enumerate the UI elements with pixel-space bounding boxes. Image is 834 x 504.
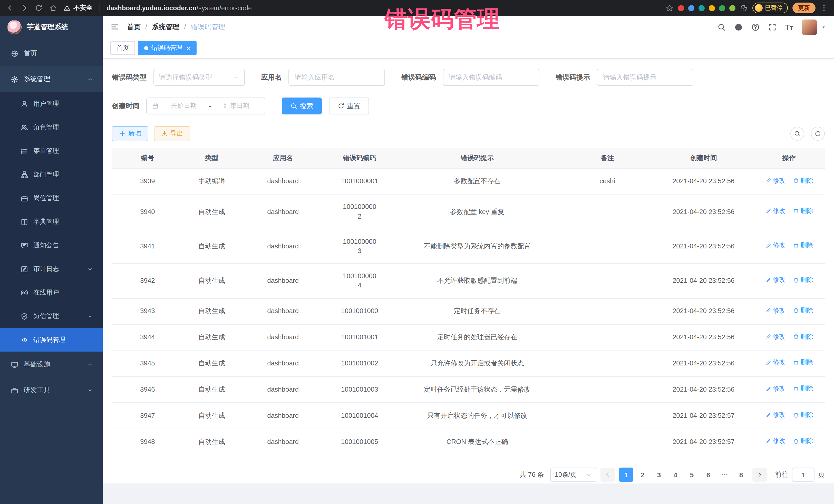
sidebar-item-home[interactable]: 首页 xyxy=(0,41,103,66)
sidebar-item-role-management[interactable]: 角色管理 xyxy=(0,115,103,139)
delete-link[interactable]: 删除 xyxy=(793,206,813,216)
error-type-select[interactable]: 请选择错误码类型 xyxy=(153,69,245,86)
edit-icon xyxy=(765,386,771,392)
sidebar-item-sms-management[interactable]: 短信管理 xyxy=(0,304,103,328)
extension-icon[interactable] xyxy=(708,5,715,11)
browser-home-icon[interactable] xyxy=(49,4,57,12)
breadcrumb-home[interactable]: 首页 xyxy=(127,22,140,31)
page-more-button[interactable]: ••• xyxy=(718,467,732,482)
edit-link[interactable]: 修改 xyxy=(765,276,786,285)
sidebar-item-post-management[interactable]: 岗位管理 xyxy=(0,186,103,210)
page-button[interactable]: 4 xyxy=(668,467,683,482)
browser-forward-icon[interactable] xyxy=(21,4,28,12)
cell-type: 自动生成 xyxy=(183,195,240,229)
page-button[interactable]: 3 xyxy=(652,467,666,482)
page-button[interactable]: 6 xyxy=(701,467,716,482)
caret-down-icon[interactable] xyxy=(821,24,826,29)
font-size-icon[interactable]: TT xyxy=(785,23,793,31)
header-search-icon[interactable] xyxy=(717,23,725,31)
edit-link[interactable]: 修改 xyxy=(765,206,786,216)
table-body: 3939手动编辑dashboard1001000001参数配置不存在ceshi2… xyxy=(112,168,825,455)
sidebar-item-infrastructure[interactable]: 基础设施 xyxy=(0,352,103,377)
extensions-puzzle-icon[interactable] xyxy=(740,4,748,12)
chrome-menu-kebab-icon[interactable] xyxy=(820,4,828,12)
sidebar-item-system-management[interactable]: 系统管理 xyxy=(0,66,103,92)
extension-icon[interactable] xyxy=(719,5,725,11)
edit-link[interactable]: 修改 xyxy=(765,358,786,368)
user-avatar[interactable] xyxy=(802,19,817,35)
pagination-next-button[interactable] xyxy=(752,467,767,482)
extension-icon[interactable] xyxy=(729,5,735,11)
warning-icon xyxy=(64,5,70,11)
goto-page-input[interactable] xyxy=(792,467,814,482)
sidebar-item-menu-management[interactable]: 菜单管理 xyxy=(0,139,103,163)
delete-link[interactable]: 删除 xyxy=(793,241,813,250)
edit-link[interactable]: 修改 xyxy=(765,241,786,250)
reset-button[interactable]: 重置 xyxy=(329,97,369,114)
cell-type: 自动生成 xyxy=(183,324,240,351)
fullscreen-icon[interactable] xyxy=(768,23,776,31)
tab-home[interactable]: 首页 xyxy=(110,41,135,55)
edit-link[interactable]: 修改 xyxy=(765,411,786,420)
address-bar[interactable]: dashboard.yudao.iocoder.cn/system/error-… xyxy=(107,4,252,12)
cell-actions: 修改删除 xyxy=(753,351,825,377)
create-time-range-picker[interactable]: 开始日期 - 结束日期 xyxy=(146,97,265,114)
delete-link[interactable]: 删除 xyxy=(793,437,813,446)
cell-actions: 修改删除 xyxy=(753,377,825,403)
breadcrumb-system[interactable]: 系统管理 xyxy=(152,22,180,31)
extension-icon[interactable] xyxy=(688,5,694,11)
app-logo[interactable]: 芋道管理系统 xyxy=(0,16,103,38)
browser-back-icon[interactable] xyxy=(6,4,14,12)
edit-link[interactable]: 修改 xyxy=(765,385,786,394)
cell-type: 自动生成 xyxy=(183,351,240,377)
add-button[interactable]: 新增 xyxy=(112,126,148,141)
security-indicator[interactable]: 不安全 xyxy=(64,4,93,12)
sidebar-item-department-management[interactable]: 部门管理 xyxy=(0,163,103,186)
delete-link[interactable]: 删除 xyxy=(793,411,813,420)
github-icon[interactable] xyxy=(734,23,742,31)
page-button[interactable]: 1 xyxy=(619,467,633,482)
sidebar-item-error-code-management[interactable]: 错误码管理 xyxy=(0,328,103,352)
extension-icon[interactable] xyxy=(698,5,704,11)
tab-error-code[interactable]: 错误码管理 × xyxy=(138,41,197,55)
export-button[interactable]: 导出 xyxy=(154,126,191,141)
chevron-right-icon xyxy=(756,472,763,478)
hamburger-icon[interactable] xyxy=(110,23,119,31)
error-hint-input[interactable] xyxy=(597,69,694,86)
sidebar-item-audit-log[interactable]: 审计日志 xyxy=(0,257,103,281)
cell-actions: 修改删除 xyxy=(753,195,825,229)
delete-link[interactable]: 删除 xyxy=(793,306,813,315)
delete-link[interactable]: 删除 xyxy=(793,276,813,285)
toggle-search-button[interactable] xyxy=(790,127,804,140)
sidebar-item-dev-tools[interactable]: 研发工具 xyxy=(0,377,103,403)
page-size-select[interactable]: 10条/页 xyxy=(550,467,596,482)
chrome-update-button[interactable]: 更新 xyxy=(792,3,815,13)
delete-link[interactable]: 删除 xyxy=(793,385,813,394)
pagination-prev-button[interactable] xyxy=(600,467,615,482)
error-code-input[interactable] xyxy=(443,69,539,86)
help-icon[interactable] xyxy=(751,23,759,31)
refresh-table-button[interactable] xyxy=(811,127,825,140)
profile-paused-chip[interactable]: 已暂停 xyxy=(752,3,788,13)
page-button[interactable]: 5 xyxy=(685,467,699,482)
close-tab-icon[interactable]: × xyxy=(186,44,191,51)
edit-link[interactable]: 修改 xyxy=(765,306,786,315)
sidebar: 芋道管理系统 首页系统管理用户管理角色管理菜单管理部门管理岗位管理字典管理通知公… xyxy=(0,16,103,504)
page-button[interactable]: 8 xyxy=(734,467,748,482)
sidebar-item-online-users[interactable]: 在线用户 xyxy=(0,281,103,304)
edit-link[interactable]: 修改 xyxy=(765,176,786,185)
extension-icon[interactable] xyxy=(678,5,684,11)
sidebar-item-user-management[interactable]: 用户管理 xyxy=(0,92,103,115)
sidebar-item-notice[interactable]: 通知公告 xyxy=(0,234,103,257)
app-name-input[interactable] xyxy=(288,69,385,86)
browser-reload-icon[interactable] xyxy=(35,4,43,12)
search-button[interactable]: 搜索 xyxy=(282,97,322,114)
delete-link[interactable]: 删除 xyxy=(793,176,813,185)
edit-link[interactable]: 修改 xyxy=(765,437,786,446)
page-button[interactable]: 2 xyxy=(635,467,650,482)
sidebar-item-dict-management[interactable]: 字典管理 xyxy=(0,210,103,234)
delete-link[interactable]: 删除 xyxy=(793,358,813,368)
edit-link[interactable]: 修改 xyxy=(765,332,786,341)
delete-link[interactable]: 删除 xyxy=(793,332,813,341)
bookmark-star-icon[interactable] xyxy=(665,4,673,12)
